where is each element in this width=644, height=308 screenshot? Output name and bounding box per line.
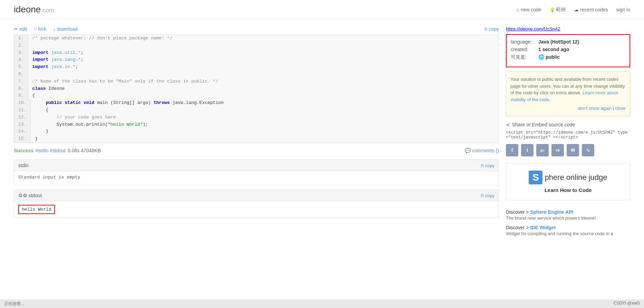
stdin-title: stdin bbox=[18, 163, 29, 168]
logo-suffix: .com bbox=[41, 7, 54, 14]
created-row: created: 1 second ago bbox=[511, 47, 625, 52]
line-num-15: 15. bbox=[14, 135, 31, 143]
pencil-icon: ✏ bbox=[14, 26, 18, 32]
line-code-3: import java.util.*; bbox=[28, 49, 88, 57]
stdin-content: Standard input is empty bbox=[18, 175, 80, 180]
comments-link[interactable]: 💬 comments () bbox=[465, 148, 499, 153]
created-value: 1 second ago bbox=[538, 47, 569, 52]
stdin-body: Standard input is empty bbox=[14, 171, 499, 185]
line-num-14: 14. bbox=[14, 128, 31, 135]
created-label: created: bbox=[511, 47, 538, 52]
nav-sign-in[interactable]: sign in bbox=[616, 7, 630, 12]
logo-text: ideone bbox=[14, 4, 41, 15]
info-box: language: Java (HotSpot 12) created: 1 s… bbox=[506, 34, 630, 67]
sphere-logo: S phere online judge bbox=[513, 171, 623, 184]
stdout-copy-button[interactable]: ⎘ copy bbox=[481, 193, 494, 198]
googleplus-button[interactable]: g+ bbox=[536, 144, 549, 156]
line-code-11: { bbox=[31, 107, 52, 114]
line-num-10: 10. bbox=[14, 99, 31, 107]
code-line-7: 7. /* Name of the class has to be "Main"… bbox=[14, 78, 499, 85]
logo: ideone.com bbox=[14, 4, 54, 15]
visibility-row: 可見度: 🌐 public bbox=[511, 54, 625, 60]
discover-link-1[interactable]: Sphere Engine API bbox=[530, 209, 573, 215]
vk-button[interactable]: vk bbox=[551, 144, 564, 156]
line-code-6 bbox=[28, 71, 39, 78]
success-status: Success bbox=[14, 148, 33, 153]
line-code-8: class Ideone bbox=[28, 85, 69, 93]
code-line-9: 9. { bbox=[14, 92, 499, 99]
discover-label-1: Discover > bbox=[506, 209, 529, 215]
sphere-subtitle: Learn How to Code bbox=[513, 187, 623, 193]
facebook-button[interactable]: f bbox=[506, 144, 518, 156]
stdout-copy: ⎘ copy bbox=[481, 193, 494, 198]
nav: new code 範例 recent codes sign in bbox=[516, 7, 630, 13]
code-line-10: 10. public static void main (String[] ar… bbox=[14, 99, 499, 107]
language-row: language: Java (HotSpot 12) bbox=[511, 39, 625, 45]
line-num-3: 3. bbox=[14, 49, 28, 57]
url-link[interactable]: https://ideone.com/UcSnA2 bbox=[506, 26, 560, 31]
line-code-5: import java.io.*; bbox=[28, 64, 83, 71]
line-code-15: } bbox=[31, 135, 42, 143]
stdout-output-box: hello World bbox=[18, 205, 55, 214]
line-num-12: 12. bbox=[14, 114, 31, 121]
download-button[interactable]: ↓ download bbox=[53, 26, 78, 32]
stdout-title: ⚙ stdout bbox=[18, 193, 42, 198]
fork-button[interactable]: ⑂ fork bbox=[34, 26, 46, 32]
nav-recent-codes[interactable]: recent codes bbox=[574, 7, 608, 12]
notice-separator: | bbox=[613, 106, 615, 111]
copy-icon-stdin: ⎘ bbox=[481, 163, 484, 168]
share-button[interactable]: ⤡ bbox=[582, 144, 594, 156]
line-code-10: public static void main (String[] args) … bbox=[31, 99, 228, 107]
line-code-12: // your code goes here bbox=[31, 114, 120, 121]
line-num-8: 8. bbox=[14, 85, 28, 93]
embed-code: <script src="https://ideone.com/e.js/UcS… bbox=[506, 130, 630, 140]
twitter-button[interactable]: t bbox=[521, 144, 534, 156]
sphere-logo-text: phere online judge bbox=[545, 173, 607, 182]
code-line-1: 1. /* package whatever; // don't place p… bbox=[14, 35, 499, 42]
stdin-section: stdin ⎘ copy Standard input is empty bbox=[14, 160, 499, 185]
code-line-12: 12. // your code goes here bbox=[14, 114, 499, 121]
code-line-14: 14. } bbox=[14, 128, 499, 135]
home-icon bbox=[516, 7, 519, 12]
share-icon: ≺ bbox=[506, 122, 510, 127]
discover-link-2[interactable]: IDE Widget bbox=[530, 225, 556, 230]
toolbar: ✏ edit ⑂ fork ↓ download ⎘ copy bbox=[14, 26, 499, 32]
share-title: ≺ Share or Embed source code bbox=[506, 122, 630, 127]
edit-button[interactable]: ✏ edit bbox=[14, 26, 27, 32]
result-tags: #stdin #stdout bbox=[36, 148, 66, 153]
line-num-4: 4. bbox=[14, 56, 28, 64]
code-line-13: 13. System.out.println("hello World"); bbox=[14, 121, 499, 128]
result-info: 0.08s 47048KB bbox=[68, 148, 101, 153]
line-num-2: 2. bbox=[14, 42, 28, 49]
download-icon: ↓ bbox=[53, 26, 56, 32]
stdout-section: ⚙ stdout ⎘ copy hello World bbox=[14, 190, 499, 218]
visibility-value: 🌐 public bbox=[538, 54, 560, 60]
email-button[interactable]: ✉ bbox=[567, 144, 579, 156]
left-panel: ✏ edit ⑂ fork ↓ download ⎘ copy 1. bbox=[14, 26, 499, 244]
sphere-s-icon: S bbox=[529, 171, 542, 184]
dont-show-again-link[interactable]: don't show again bbox=[578, 106, 612, 111]
discover-desc-2: Widget for compiling and running the sou… bbox=[506, 231, 630, 236]
discover-row-1: Discover > Sphere Engine API The brand n… bbox=[506, 209, 630, 221]
notice-close-link[interactable]: close bbox=[615, 106, 626, 111]
line-num-6: 6. bbox=[14, 71, 28, 78]
line-code-1: /* package whatever; // don't place pack… bbox=[28, 35, 177, 42]
right-panel: https://ideone.com/UcSnA2 language: Java… bbox=[506, 26, 630, 244]
nav-new-code[interactable]: new code bbox=[516, 7, 541, 12]
copy-button[interactable]: ⎘ copy bbox=[484, 26, 499, 32]
line-code-4: import java.lang.*; bbox=[28, 56, 88, 64]
result-bar-right: 💬 comments () bbox=[465, 148, 499, 153]
sphere-ad: S phere online judge Learn How to Code bbox=[506, 163, 630, 200]
line-code-9: { bbox=[28, 92, 39, 99]
nav-examples[interactable]: 範例 bbox=[550, 7, 566, 13]
url-line: https://ideone.com/UcSnA2 bbox=[506, 26, 630, 31]
line-num-13: 13. bbox=[14, 121, 31, 128]
code-line-15: 15. } bbox=[14, 135, 499, 143]
discover-label-2: Discover > bbox=[506, 225, 529, 230]
result-bar: Success #stdin #stdout 0.08s 47048KB 💬 c… bbox=[14, 146, 499, 155]
code-line-8: 8. class Ideone bbox=[14, 85, 499, 93]
copy-toolbar: ⎘ copy bbox=[484, 26, 499, 32]
stdin-copy-button[interactable]: ⎘ copy bbox=[481, 163, 494, 168]
discover-desc-1: The brand new service which powers Ideon… bbox=[506, 215, 630, 221]
fork-icon: ⑂ bbox=[34, 26, 37, 32]
